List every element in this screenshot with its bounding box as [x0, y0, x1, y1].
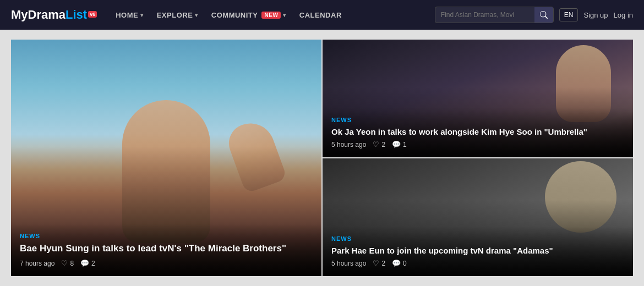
brand-my: My	[11, 8, 28, 22]
nav-community-label: COMMUNITY	[211, 11, 258, 19]
search-box[interactable]	[435, 7, 554, 23]
brand-version: v6	[88, 11, 97, 18]
nav-home-label: HOME	[116, 11, 138, 19]
nav-right: EN Sign up Log in	[435, 7, 633, 23]
card-right-top-comments: 💬 1	[392, 140, 407, 148]
comment-icon-rt: 💬	[392, 140, 401, 148]
card-left-comments-count: 2	[91, 260, 95, 267]
community-new-badge: NEW	[261, 12, 281, 19]
card-right-bottom-comments: 💬 0	[392, 259, 407, 267]
search-icon	[540, 11, 548, 19]
nav-calendar[interactable]: CALENDAR	[294, 8, 347, 23]
heart-icon: ♡	[61, 259, 68, 267]
card-left-time: 7 hours ago	[20, 260, 54, 267]
nav-explore-label: EXPLORE	[157, 11, 193, 19]
explore-chevron-icon: ▾	[195, 12, 198, 18]
card-right-bottom-title: Park Hae Eun to join the upcoming tvN dr…	[331, 245, 624, 256]
signup-button[interactable]: Sign up	[583, 11, 608, 19]
comment-icon: 💬	[80, 259, 89, 267]
content-area: NEWS Bae Hyun Sung in talks to lead tvN'…	[0, 30, 644, 286]
card-right-bottom-overlay: NEWS Park Hae Eun to join the upcoming t…	[323, 227, 633, 277]
community-chevron-icon: ▾	[283, 12, 286, 18]
nav-links: HOME ▾ EXPLORE ▾ COMMUNITY NEW ▾ CALENDA…	[110, 8, 435, 23]
card-right-bottom[interactable]: NEWS Park Hae Eun to join the upcoming t…	[323, 158, 633, 276]
card-left-news-label: NEWS	[20, 233, 313, 239]
cards-grid: NEWS Bae Hyun Sung in talks to lead tvN'…	[11, 40, 633, 276]
card-right-bottom-comments-count: 0	[403, 260, 407, 267]
nav-explore[interactable]: EXPLORE ▾	[151, 8, 204, 23]
brand-list: List	[66, 8, 87, 22]
nav-calendar-label: CALENDAR	[299, 11, 342, 19]
nav-community[interactable]: COMMUNITY NEW ▾	[206, 8, 292, 23]
card-left-meta: 7 hours ago ♡ 8 💬 2	[20, 259, 313, 267]
lang-button[interactable]: EN	[559, 8, 578, 21]
nav-home[interactable]: HOME ▾	[110, 8, 149, 23]
card-right-top-title: Ok Ja Yeon in talks to work alongside Ki…	[331, 127, 624, 138]
card-right-top[interactable]: NEWS Ok Ja Yeon in talks to work alongsi…	[323, 40, 633, 157]
heart-icon-rb: ♡	[373, 259, 379, 267]
card-left-overlay: NEWS Bae Hyun Sung in talks to lead tvN'…	[11, 224, 321, 276]
card-right-top-news-label: NEWS	[331, 117, 624, 123]
card-right-bottom-time: 5 hours ago	[331, 260, 366, 267]
heart-icon-rt: ♡	[373, 140, 379, 148]
card-left-large[interactable]: NEWS Bae Hyun Sung in talks to lead tvN'…	[11, 40, 321, 276]
card-left-comments: 💬 2	[80, 259, 95, 267]
card-right-bottom-meta: 5 hours ago ♡ 2 💬 0	[331, 259, 624, 267]
card-right-top-time: 5 hours ago	[331, 141, 366, 148]
search-button[interactable]	[534, 7, 553, 23]
home-chevron-icon: ▾	[140, 12, 144, 18]
login-button[interactable]: Log in	[614, 11, 633, 19]
card-right-top-comments-count: 1	[403, 141, 407, 148]
card-right-top-likes: ♡ 2	[373, 140, 385, 148]
navbar: MyDramaListv6 HOME ▾ EXPLORE ▾ COMMUNITY…	[0, 0, 644, 30]
brand-drama: Drama	[28, 8, 66, 22]
card-right-top-meta: 5 hours ago ♡ 2 💬 1	[331, 140, 624, 148]
card-right-bottom-likes: ♡ 2	[373, 259, 385, 267]
brand-logo[interactable]: MyDramaListv6	[11, 8, 97, 22]
card-left-likes-count: 8	[70, 260, 74, 267]
search-input[interactable]	[435, 11, 534, 19]
card-right-bottom-likes-count: 2	[381, 260, 385, 267]
card-left-likes: ♡ 8	[61, 259, 74, 267]
card-right-top-overlay: NEWS Ok Ja Yeon in talks to work alongsi…	[323, 108, 633, 158]
card-right-top-likes-count: 2	[381, 141, 385, 148]
comment-icon-rb: 💬	[392, 259, 401, 267]
card-right-bottom-news-label: NEWS	[331, 235, 624, 242]
card-left-title: Bae Hyun Sung in talks to lead tvN's "Th…	[20, 243, 313, 255]
